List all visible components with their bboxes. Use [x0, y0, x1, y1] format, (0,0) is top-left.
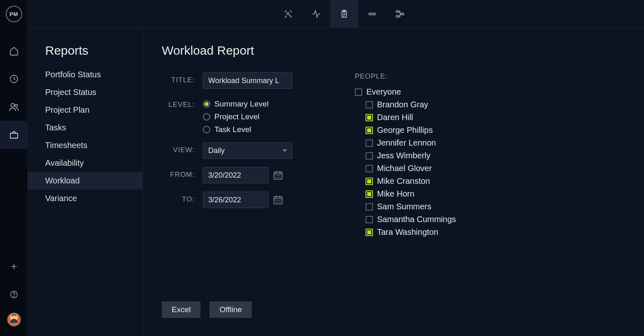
person-label: Brandon Gray	[377, 100, 428, 109]
calendar-icon[interactable]	[273, 170, 283, 181]
radio-label: Task Level	[214, 125, 251, 134]
person-check-michael-glover[interactable]: Michael Glover	[355, 162, 494, 175]
offline-button[interactable]: Offline	[209, 301, 252, 318]
level-radio-project-level[interactable]: Project Level	[203, 112, 269, 121]
person-label: Everyone	[366, 87, 401, 97]
svg-point-5	[14, 296, 14, 297]
clock-icon[interactable]	[0, 65, 28, 93]
content-row: Reports Portfolio StatusProject StatusPr…	[28, 28, 644, 336]
person-check-everyone[interactable]: Everyone	[355, 86, 494, 98]
to-date-input[interactable]	[203, 192, 269, 208]
level-radio-summary-level[interactable]: Summary Level	[203, 100, 269, 109]
radio-icon	[203, 113, 210, 120]
checkbox-icon	[355, 88, 362, 96]
checkbox-icon	[366, 178, 373, 185]
radio-icon	[203, 126, 210, 133]
person-label: Samantha Cummings	[377, 215, 456, 224]
checkbox-icon	[366, 229, 373, 236]
person-check-george-phillips[interactable]: George Phillips	[355, 124, 494, 137]
level-radio-task-level[interactable]: Task Level	[203, 125, 269, 134]
checkbox-icon	[366, 165, 373, 172]
from-label: FROM:	[162, 167, 203, 179]
plus-icon[interactable]	[0, 256, 28, 277]
svg-rect-12	[396, 16, 399, 17]
people-label: PEOPLE:	[355, 72, 494, 81]
person-check-mike-cranston[interactable]: Mike Cranston	[355, 175, 494, 188]
checkbox-icon	[366, 139, 373, 147]
left-rail: PM	[0, 0, 28, 336]
person-label: Daren Hill	[377, 113, 413, 122]
checkbox-icon	[366, 216, 373, 223]
checkbox-icon	[366, 114, 373, 121]
page-title: Workload Report	[162, 44, 644, 58]
excel-button[interactable]: Excel	[162, 301, 200, 318]
person-label: Mike Cranston	[377, 176, 430, 186]
level-label: LEVEL:	[162, 97, 203, 109]
help-icon[interactable]	[0, 284, 28, 305]
logo[interactable]: PM	[6, 6, 22, 22]
title-input[interactable]	[203, 72, 292, 89]
svg-rect-9	[369, 13, 375, 15]
view-select-value: Daily	[208, 146, 225, 155]
svg-rect-11	[401, 13, 404, 15]
person-label: Michael Glover	[377, 164, 432, 173]
report-item-portfolio-status[interactable]: Portfolio Status	[28, 66, 143, 83]
clipboard-icon[interactable]	[330, 0, 358, 28]
main-area: Reports Portfolio StatusProject StatusPr…	[28, 0, 644, 336]
from-date-input[interactable]	[203, 167, 269, 183]
radio-label: Summary Level	[214, 100, 269, 109]
title-label: TITLE:	[162, 72, 203, 84]
person-check-mike-horn[interactable]: Mike Horn	[355, 188, 494, 200]
person-check-samantha-cummings[interactable]: Samantha Cummings	[355, 213, 494, 226]
person-check-tara-washington[interactable]: Tara Washington	[355, 226, 494, 239]
report-item-availability[interactable]: Availability	[28, 154, 143, 172]
form-panel: Workload Report TITLE: LEVEL: Summary Le…	[143, 28, 644, 336]
topbar	[28, 0, 644, 28]
view-label: VIEW:	[162, 142, 203, 154]
report-item-workload[interactable]: Workload	[28, 172, 143, 190]
person-label: George Phillips	[377, 125, 433, 135]
person-check-brandon-gray[interactable]: Brandon Gray	[355, 98, 494, 111]
radio-icon	[203, 100, 210, 108]
report-item-timesheets[interactable]: Timesheets	[28, 137, 143, 154]
reports-title: Reports	[28, 44, 143, 66]
scan-icon[interactable]	[274, 0, 302, 28]
report-item-variance[interactable]: Variance	[28, 190, 143, 207]
to-label: TO:	[162, 192, 203, 204]
svg-point-2	[15, 104, 17, 107]
person-check-jess-wimberly[interactable]: Jess Wimberly	[355, 149, 494, 162]
person-check-sam-summers[interactable]: Sam Summers	[355, 200, 494, 213]
report-item-project-plan[interactable]: Project Plan	[28, 101, 143, 119]
checkbox-icon	[366, 101, 373, 109]
people-icon[interactable]	[0, 93, 28, 121]
svg-point-1	[11, 103, 14, 107]
briefcase-icon[interactable]	[0, 121, 28, 149]
person-check-jennifer-lennon[interactable]: Jennifer Lennon	[355, 137, 494, 149]
person-label: Mike Horn	[377, 189, 414, 199]
activity-icon[interactable]	[302, 0, 330, 28]
home-icon[interactable]	[0, 37, 28, 65]
person-label: Sam Summers	[377, 202, 431, 211]
person-label: Jennifer Lennon	[377, 138, 436, 148]
checkbox-icon	[366, 127, 373, 134]
rail-bottom	[0, 256, 28, 336]
report-item-tasks[interactable]: Tasks	[28, 119, 143, 137]
link-icon[interactable]	[358, 0, 386, 28]
svg-point-6	[287, 12, 289, 14]
checkbox-icon	[366, 190, 373, 198]
view-select[interactable]: Daily	[203, 142, 292, 159]
people-list: EveryoneBrandon GrayDaren HillGeorge Phi…	[355, 86, 494, 239]
chevron-down-icon	[282, 149, 287, 152]
checkbox-icon	[366, 203, 373, 211]
reports-sidebar: Reports Portfolio StatusProject StatusPr…	[28, 28, 143, 336]
person-check-daren-hill[interactable]: Daren Hill	[355, 111, 494, 124]
level-radio-group: Summary LevelProject LevelTask Level	[203, 97, 269, 134]
avatar[interactable]	[7, 312, 21, 327]
svg-rect-3	[10, 133, 18, 138]
rail-nav	[0, 37, 28, 149]
calendar-icon[interactable]	[273, 195, 283, 205]
checkbox-icon	[366, 152, 373, 160]
report-item-project-status[interactable]: Project Status	[28, 83, 143, 101]
report-list: Portfolio StatusProject StatusProject Pl…	[28, 66, 143, 207]
flow-icon[interactable]	[386, 0, 414, 28]
